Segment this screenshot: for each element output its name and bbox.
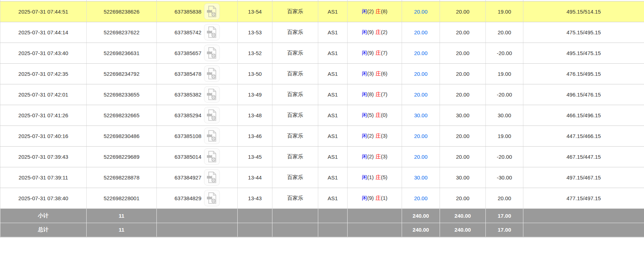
banker-value: (1) (381, 195, 387, 201)
cell-result: 闲(2)庄(3) (348, 146, 402, 167)
cell-result: 闲(1)庄(5) (348, 167, 402, 188)
bet-amount-link[interactable]: 20.00 (414, 195, 428, 201)
empty-cell (157, 208, 238, 223)
player-label: 闲 (362, 112, 367, 118)
bet-records-table: 2025-07-31 07:44:51 522698238626 6373858… (0, 0, 644, 237)
table-row: 2025-07-31 07:44:51 522698238626 6373858… (0, 1, 644, 22)
banker-label: 庄 (376, 112, 381, 118)
subtotal-bet-amount: 240.00 (402, 208, 440, 223)
round-id-text: 637385742 (174, 29, 201, 35)
video-replay-button[interactable] (204, 107, 220, 123)
empty-cell (238, 208, 272, 223)
cell-game-name: 百家乐 (272, 84, 318, 105)
cell-round-id: 637385742 (157, 22, 238, 43)
cell-round-id: 637384829 (157, 188, 238, 208)
cell-balance: 496.15/476.15 (523, 84, 644, 105)
subtotal-row: 小计 11 240.00 240.00 17.00 (0, 208, 644, 223)
banker-value: (3) (381, 153, 387, 159)
cell-game-name: 百家乐 (272, 22, 318, 43)
video-file-icon (207, 151, 217, 163)
bet-amount-link[interactable]: 20.00 (414, 50, 428, 56)
cell-game-name: 百家乐 (272, 43, 318, 63)
bet-amount-link[interactable]: 20.00 (414, 71, 428, 77)
video-replay-button[interactable] (204, 24, 220, 40)
cell-bet-time: 2025-07-31 07:41:26 (0, 105, 87, 125)
round-id-text: 637385294 (174, 112, 201, 118)
video-replay-button[interactable] (204, 148, 220, 165)
cell-desk-code: AS1 (318, 84, 348, 105)
cell-bet-id: 522698236631 (87, 43, 157, 63)
cell-valid-amount: 20.00 (440, 188, 486, 208)
bet-amount-link[interactable]: 20.00 (414, 133, 428, 139)
cell-bet-amount: 20.00 (402, 125, 440, 146)
empty-cell (348, 208, 402, 223)
table-row: 2025-07-31 07:43:40 522698236631 6373856… (0, 43, 644, 63)
video-replay-button[interactable] (204, 3, 220, 20)
video-replay-button[interactable] (204, 65, 220, 82)
cell-win-loss: 20.00 (486, 22, 523, 43)
video-replay-button[interactable] (204, 190, 220, 206)
player-value: (2) (367, 8, 374, 14)
banker-value: (3) (381, 133, 387, 139)
total-valid-amount: 240.00 (440, 223, 486, 237)
video-replay-button[interactable] (204, 169, 220, 186)
cell-win-loss: 19.00 (486, 63, 523, 84)
bet-amount-link[interactable]: 20.00 (414, 92, 428, 98)
cell-bet-amount: 20.00 (402, 84, 440, 105)
cell-desk-code: AS1 (318, 63, 348, 84)
round-id-text: 637385014 (174, 154, 201, 160)
cell-bet-amount: 20.00 (402, 43, 440, 63)
cell-result: 闲(2)庄(8) (348, 1, 402, 22)
player-label: 闲 (362, 195, 367, 201)
total-win-loss: 17.00 (486, 223, 523, 237)
cell-win-loss: 30.00 (486, 105, 523, 125)
bet-amount-link[interactable]: 20.00 (414, 9, 428, 15)
banker-label: 庄 (376, 174, 381, 180)
cell-table-round: 13-49 (238, 84, 272, 105)
cell-table-round: 13-52 (238, 43, 272, 63)
cell-game-name: 百家乐 (272, 105, 318, 125)
cell-bet-amount: 30.00 (402, 105, 440, 125)
bet-amount-link[interactable]: 30.00 (414, 112, 428, 118)
bet-amount-link[interactable]: 30.00 (414, 174, 428, 181)
cell-result: 闲(9)庄(7) (348, 43, 402, 63)
cell-bet-amount: 30.00 (402, 167, 440, 188)
cell-result: 闲(8)庄(7) (348, 84, 402, 105)
cell-table-round: 13-48 (238, 105, 272, 125)
empty-cell (523, 208, 644, 223)
cell-bet-id: 522698238626 (87, 1, 157, 22)
cell-win-loss: -20.00 (486, 146, 523, 167)
video-file-icon (207, 109, 217, 121)
total-bet-amount: 240.00 (402, 223, 440, 237)
player-label: 闲 (362, 174, 367, 180)
cell-round-id: 637385108 (157, 125, 238, 146)
cell-table-round: 13-50 (238, 63, 272, 84)
round-id-text: 637385838 (174, 9, 201, 15)
player-label: 闲 (362, 29, 367, 35)
subtotal-win-loss: 17.00 (486, 208, 523, 223)
cell-valid-amount: 30.00 (440, 105, 486, 125)
bet-amount-link[interactable]: 20.00 (414, 154, 428, 160)
banker-value: (7) (381, 50, 387, 56)
cell-desk-code: AS1 (318, 125, 348, 146)
cell-bet-time: 2025-07-31 07:42:01 (0, 84, 87, 105)
cell-win-loss: -30.00 (486, 167, 523, 188)
cell-win-loss: 19.00 (486, 125, 523, 146)
cell-valid-amount: 20.00 (440, 84, 486, 105)
banker-label: 庄 (376, 133, 381, 139)
video-replay-button[interactable] (204, 45, 220, 61)
video-replay-button[interactable] (204, 86, 220, 103)
player-label: 闲 (362, 133, 367, 139)
empty-cell (272, 208, 318, 223)
cell-desk-code: AS1 (318, 43, 348, 63)
cell-bet-time: 2025-07-31 07:38:40 (0, 188, 87, 208)
player-label: 闲 (362, 50, 367, 56)
video-replay-button[interactable] (204, 128, 220, 144)
round-id-text: 637385108 (174, 133, 201, 139)
bet-amount-link[interactable]: 20.00 (414, 29, 428, 35)
round-id-text: 637385478 (174, 71, 201, 77)
table-row: 2025-07-31 07:39:11 522698228878 6373849… (0, 167, 644, 188)
player-value: (8) (367, 91, 374, 97)
player-value: (1) (367, 174, 374, 180)
empty-cell (348, 223, 402, 237)
